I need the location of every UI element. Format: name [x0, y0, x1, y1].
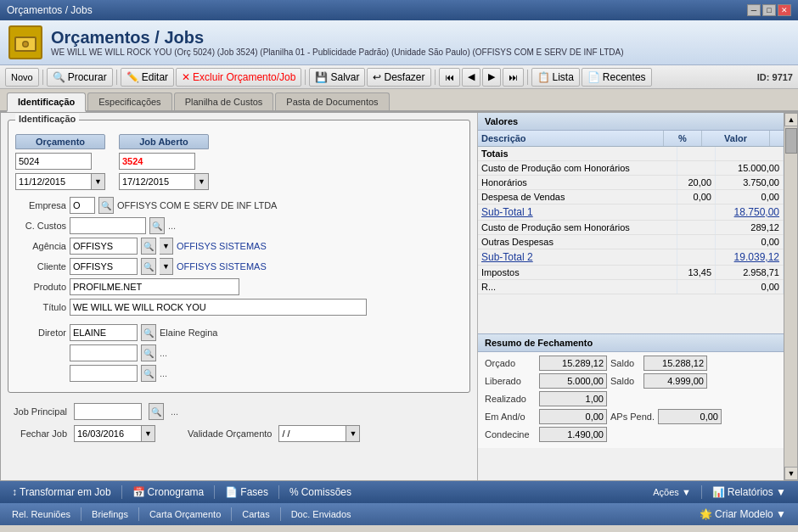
doc-enviados-button[interactable]: Doc. Enviados [286, 507, 357, 521]
job-date-dropdown[interactable]: ▼ [195, 173, 209, 190]
extra2-search-button[interactable]: 🔍 [141, 365, 156, 382]
toolbar: Novo 🔍 Procurar ✏️ Editar ✕ Excluir Orça… [0, 65, 798, 89]
job-principal-search[interactable]: 🔍 [149, 403, 164, 420]
agencia-search-button[interactable]: 🔍 [141, 238, 156, 255]
valores-table-header: Descrição % Valor [478, 131, 784, 147]
validade-date-input[interactable] [278, 425, 346, 442]
fechar-job-date-dropdown[interactable]: ▼ [142, 425, 155, 442]
relatorios-button[interactable]: 📊 Relatórios ▼ [707, 484, 791, 500]
table-row: Totais [478, 147, 784, 161]
minimize-button[interactable]: ─ [747, 4, 761, 16]
liberado-value[interactable] [539, 373, 607, 389]
identificacao-group: Identificação Orçamento ▼ Job Aberto [8, 120, 470, 393]
diretor-row: Diretor 🔍 Elaine Regina [15, 324, 463, 341]
fases-button[interactable]: 📄 Fases [220, 484, 273, 500]
reunioes-button[interactable]: Rel. Reuniões [7, 507, 76, 521]
scroll-down-button[interactable]: ▼ [784, 467, 798, 480]
orcamento-date-field: ▼ [15, 173, 105, 190]
procurar-icon: 🔍 [53, 71, 65, 83]
briefings-button[interactable]: Briefings [87, 507, 133, 521]
ccustos-code-field[interactable] [70, 217, 146, 234]
saldo2-value[interactable] [643, 373, 707, 389]
subtotal2-link[interactable]: Sub-Total 2 [481, 251, 533, 263]
editar-button[interactable]: ✏️ Editar [121, 68, 174, 87]
desfazer-button[interactable]: ↩ Desfazer [367, 68, 430, 87]
extra2-text: ... [160, 368, 167, 378]
close-button[interactable]: ✕ [778, 4, 791, 16]
subtotal2-val-link[interactable]: 19.039,12 [734, 251, 779, 263]
subtotal1-link[interactable]: Sub-Total 1 [481, 206, 533, 218]
recentes-button[interactable]: 📄 Recentes [582, 68, 652, 87]
validade-date-dropdown[interactable]: ▼ [346, 425, 360, 442]
produto-field[interactable] [70, 278, 239, 295]
novo-button[interactable]: Novo [5, 68, 39, 87]
criar-modelo-button[interactable]: 🌟 Criar Modelo ▼ [694, 507, 791, 522]
job-num-field[interactable] [119, 153, 195, 170]
nav-first-button[interactable]: ⏮ [439, 68, 460, 87]
salvar-button[interactable]: 💾 Salvar [309, 68, 365, 87]
fechar-job-date-input[interactable] [74, 425, 142, 442]
diretor-search-button[interactable]: 🔍 [141, 324, 156, 341]
maximize-button[interactable]: □ [762, 4, 776, 16]
scroll-thumb[interactable] [785, 128, 797, 154]
app-header-text: Orçamentos / Jobs WE WILL WE WILL ROCK Y… [51, 28, 624, 57]
tab-pasta[interactable]: Pasta de Documentos [275, 92, 389, 110]
sb1-sep-3 [278, 485, 279, 499]
aps-pend-value[interactable] [658, 409, 722, 424]
tab-planilha[interactable]: Planilha de Custos [174, 92, 274, 110]
ccustos-label: C. Custos [15, 221, 66, 231]
tab-identificacao[interactable]: Identificação [7, 92, 86, 112]
extra2-code-field[interactable] [70, 365, 138, 382]
agencia-dropdown-button[interactable]: ▼ [160, 238, 173, 255]
criar-modelo-icon: 🌟 [700, 508, 712, 520]
job-date-input[interactable] [119, 173, 195, 190]
fases-icon: 📄 [225, 486, 238, 498]
fechar-job-row: Fechar Job ▼ Validade Orçamento ▼ [8, 423, 470, 444]
realizado-value[interactable] [539, 391, 607, 406]
subtotal1-val-link[interactable]: 18.750,00 [734, 206, 779, 218]
orcamento-date-dropdown[interactable]: ▼ [92, 173, 105, 190]
em-ando-label: Em And/o [485, 412, 536, 422]
scroll-up-button[interactable]: ▲ [784, 113, 798, 126]
excluir-button[interactable]: ✕ Excluir Orçamento/Job [176, 68, 301, 87]
produto-label: Produto [15, 282, 66, 292]
condecine-value[interactable] [539, 427, 607, 442]
extra1-row: 🔍 ... [15, 344, 463, 361]
extra1-search-button[interactable]: 🔍 [141, 344, 156, 361]
lista-button[interactable]: 📋 Lista [531, 68, 580, 87]
table-row: Sub-Total 1 18.750,00 [478, 204, 784, 221]
main-scrollbar[interactable]: ▲ ▼ [784, 113, 797, 480]
resumo-orcado-row: Orçado Saldo [485, 356, 777, 371]
carta-orcamento-button[interactable]: Carta Orçamento [144, 507, 226, 521]
em-ando-value[interactable] [539, 409, 607, 424]
procurar-button[interactable]: 🔍 Procurar [47, 68, 113, 87]
agencia-code-field[interactable] [70, 238, 138, 255]
empresa-code-field[interactable] [70, 197, 95, 214]
liberado-label: Liberado [485, 376, 536, 386]
saldo1-value[interactable] [643, 356, 707, 371]
tab-especificacoes[interactable]: Especificações [87, 92, 171, 110]
resumo-condecine-row: Condecine [485, 427, 777, 442]
nav-prev-button[interactable]: ◀ [462, 68, 480, 87]
acoes-button[interactable]: Ações ▼ [648, 485, 696, 499]
diretor-code-field[interactable] [70, 324, 138, 341]
orcamento-date-input[interactable] [15, 173, 92, 190]
orcamento-num-field[interactable] [15, 153, 92, 170]
ccustos-search-button[interactable]: 🔍 [149, 217, 165, 234]
cartas-button[interactable]: Cartas [237, 507, 274, 521]
cliente-search-button[interactable]: 🔍 [141, 258, 156, 275]
orcado-value[interactable] [539, 356, 607, 371]
nav-last-button[interactable]: ⏭ [503, 68, 524, 87]
comissoes-button[interactable]: % Comissões [284, 484, 357, 500]
empresa-search-button[interactable]: 🔍 [98, 197, 114, 214]
cliente-dropdown-button[interactable]: ▼ [160, 258, 173, 275]
transformar-button[interactable]: ↕ Transformar em Job [7, 484, 116, 500]
sb1-sep-2 [214, 485, 215, 499]
titulo-field[interactable] [70, 299, 367, 316]
extra1-code-field[interactable] [70, 344, 138, 361]
job-principal-field[interactable] [74, 403, 142, 420]
cliente-code-field[interactable] [70, 258, 138, 275]
nav-next-button[interactable]: ▶ [482, 68, 501, 87]
cronograma-button[interactable]: 📅 Cronograma [127, 484, 210, 500]
comissoes-icon: % [289, 486, 299, 498]
